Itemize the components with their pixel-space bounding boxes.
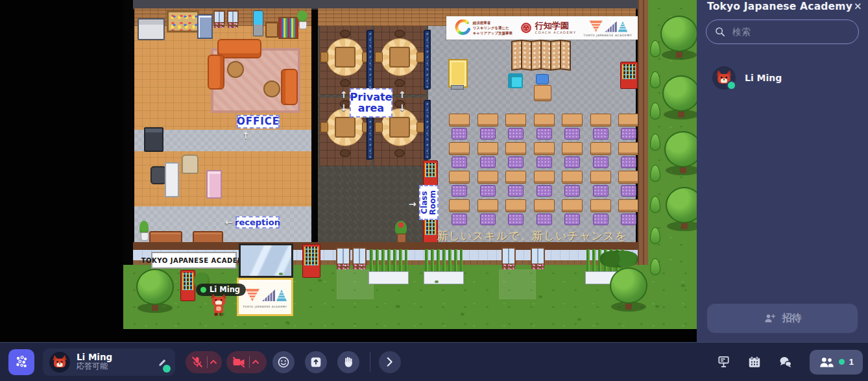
round-table — [227, 61, 244, 78]
plant-pot — [141, 232, 149, 241]
couch — [281, 69, 298, 105]
grass-tuft — [318, 279, 322, 282]
tree — [136, 269, 174, 313]
side-wall — [638, 0, 648, 279]
chevron-up-icon[interactable] — [252, 360, 259, 364]
grass-tuft — [461, 313, 464, 315]
side-table — [265, 22, 278, 38]
arrow-down-icon: ↓ — [398, 103, 406, 113]
app-logo-button[interactable] — [8, 349, 34, 375]
grass-tuft — [577, 318, 581, 321]
app-window: OFFICE ↑ Privatearea ↑ ↓ ↑ ↓ ClassRoom →… — [0, 0, 868, 381]
calendar-icon — [747, 355, 762, 369]
round-table — [263, 80, 280, 97]
printer — [138, 18, 165, 40]
screen-share-button[interactable] — [305, 351, 327, 373]
chat-button[interactable] — [778, 354, 793, 370]
member-row[interactable]: Li Ming — [697, 62, 868, 93]
search-box[interactable] — [706, 19, 859, 44]
online-count-dot — [839, 359, 845, 365]
front-window — [501, 247, 516, 265]
bulletin-board — [167, 10, 199, 32]
couch — [217, 39, 261, 58]
user-avatar — [49, 352, 70, 373]
vending-machine — [423, 160, 438, 186]
user-status-pill[interactable]: Li Ming 応答可能 — [43, 349, 175, 376]
info-board — [448, 59, 468, 88]
online-dot — [200, 287, 206, 293]
armchair — [182, 154, 199, 174]
smiley-icon — [276, 355, 291, 369]
mic-muted-button[interactable] — [186, 351, 222, 373]
tja-logo-group: TOKYO JAPANESE ACADEMY — [583, 19, 632, 37]
grass-tuft — [538, 295, 542, 298]
info-board-base — [451, 85, 464, 90]
hedge — [600, 251, 638, 267]
search-input[interactable] — [731, 26, 850, 38]
chat-bubbles-icon — [778, 354, 793, 370]
class-room-label: ClassRoom — [419, 185, 439, 220]
folding-screen — [424, 99, 431, 160]
tree — [662, 75, 697, 119]
person-add-icon — [764, 312, 777, 325]
planter-box — [368, 253, 409, 284]
grass-tuft — [221, 313, 224, 315]
desk — [534, 85, 551, 101]
tja-triangles-icon — [588, 19, 628, 33]
game-viewport[interactable]: OFFICE ↑ Privatearea ↑ ↓ ↑ ↓ ClassRoom →… — [0, 0, 697, 342]
player-sprite[interactable] — [210, 293, 228, 317]
water-cooler — [253, 10, 263, 36]
raise-hand-button[interactable] — [337, 351, 359, 373]
tja-triangles-icon — [244, 286, 287, 303]
toolbar-user-status: 応答可能 — [77, 362, 151, 371]
announcements-button[interactable] — [716, 354, 731, 369]
fox-avatar-icon — [52, 354, 67, 370]
close-icon[interactable]: ✕ — [852, 1, 863, 12]
glass-pane — [239, 243, 293, 278]
calendar-button[interactable] — [747, 355, 762, 369]
arrow-left-icon: ← — [225, 217, 233, 227]
search-icon — [714, 26, 726, 38]
grass-tuft — [162, 305, 166, 308]
copier — [144, 127, 163, 152]
chevron-right-icon — [387, 357, 393, 367]
logo-signboard: TOKYO JAPANESE ACADEMY — [237, 278, 293, 316]
expand-toolbar-button[interactable] — [379, 351, 401, 373]
office-label: OFFICE — [237, 115, 280, 129]
sponsor-banner: 経済産業省 リスキリングを通じた キャリアアップ支援事業 行知学園 COACH … — [446, 16, 639, 40]
standing-desk — [165, 162, 179, 197]
office-window — [213, 10, 225, 24]
front-window — [531, 247, 545, 265]
arrow-up-icon: ↑ — [340, 90, 348, 100]
coach-academy-logo-group: 行知学園 COACH ACADEMY — [520, 21, 577, 34]
billboard-icon — [716, 354, 731, 369]
cushion — [536, 74, 549, 84]
toolbar-user-name: Li Ming — [77, 352, 151, 363]
plant-pot — [299, 21, 307, 29]
camera-off-button[interactable] — [226, 351, 267, 373]
mic-off-icon — [190, 355, 204, 369]
arrow-down-icon: ↓ — [340, 103, 348, 113]
bottom-toolbar: Li Ming 応答可能 — [0, 342, 868, 381]
classroom-slogan: 新しいスキルで、新しいチャンスを — [428, 228, 636, 243]
office-window — [227, 10, 239, 24]
front-window — [352, 247, 367, 265]
invite-button[interactable]: 招待 — [707, 304, 858, 333]
folding-screen — [367, 29, 374, 90]
private-area-label: Privatearea — [350, 88, 392, 117]
arrow-up-icon: ↑ — [398, 90, 406, 100]
toolbar-divider — [370, 352, 370, 372]
chevron-up-icon[interactable] — [210, 360, 217, 364]
participants-count: 1 — [849, 357, 854, 367]
participants-panel: Tokyo Japanese Academy ✕ Li Ming 招待 — [697, 0, 868, 342]
coach-seal-icon — [520, 21, 533, 34]
bookshelf — [278, 17, 298, 39]
emote-button[interactable] — [272, 351, 295, 373]
participants-button[interactable]: 1 — [810, 350, 863, 375]
kiosk — [197, 14, 213, 39]
tree — [660, 16, 697, 60]
grass-tuft — [681, 284, 685, 287]
grass-tuft — [655, 305, 659, 308]
game-map[interactable]: OFFICE ↑ Privatearea ↑ ↓ ↑ ↓ ClassRoom →… — [123, 0, 697, 329]
grass-tuft — [285, 321, 289, 324]
